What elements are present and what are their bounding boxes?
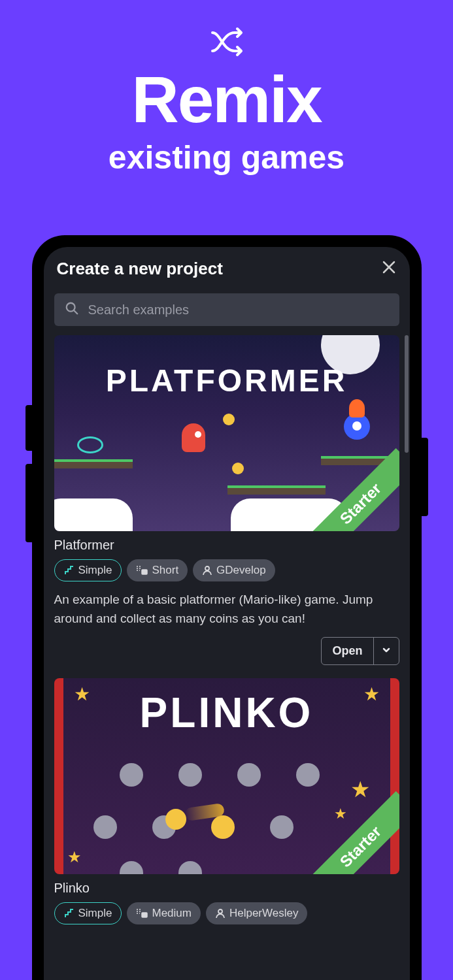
svg-rect-3 bbox=[142, 913, 147, 917]
starter-badge: Starter bbox=[305, 791, 399, 874]
card-actions: Open bbox=[54, 637, 399, 665]
example-title: Platformer bbox=[54, 538, 399, 553]
example-card: PLINKO ★★★ ★★★ Starter Plinko Simple bbox=[54, 678, 399, 924]
example-title: Plinko bbox=[54, 881, 399, 896]
example-description: An example of a basic platformer (Mario-… bbox=[54, 591, 399, 628]
tag-row: Simple Short GDevelop bbox=[54, 559, 399, 581]
length-tag[interactable]: Short bbox=[127, 559, 188, 581]
hero-title: Remix bbox=[0, 67, 453, 132]
stairs-icon bbox=[64, 565, 75, 576]
author-tag[interactable]: GDevelop bbox=[193, 559, 275, 581]
length-icon bbox=[136, 566, 148, 575]
examples-list: PLATFORMER Starter Platformer bbox=[44, 335, 410, 924]
open-dropdown-button[interactable] bbox=[373, 638, 399, 664]
close-button[interactable] bbox=[381, 259, 397, 278]
user-icon bbox=[215, 908, 226, 919]
dialog-title: Create a new project bbox=[57, 259, 223, 279]
phone-screen: Create a new project PLATFORMER bbox=[44, 247, 410, 980]
example-thumbnail[interactable]: PLINKO ★★★ ★★★ Starter bbox=[54, 678, 399, 874]
shuffle-icon bbox=[209, 26, 245, 60]
open-button-group: Open bbox=[321, 637, 399, 665]
author-tag[interactable]: HelperWesley bbox=[206, 902, 308, 924]
search-bar[interactable] bbox=[54, 293, 399, 326]
length-icon bbox=[136, 909, 148, 918]
thumbnail-title: PLINKO bbox=[140, 689, 314, 737]
tag-row: Simple Medium HelperWesley bbox=[54, 902, 399, 924]
example-thumbnail[interactable]: PLATFORMER Starter bbox=[54, 335, 399, 531]
svg-rect-1 bbox=[142, 570, 147, 574]
hero-subtitle: existing games bbox=[0, 139, 453, 176]
search-icon bbox=[65, 301, 79, 318]
user-icon bbox=[202, 565, 212, 576]
phone-frame: Create a new project PLATFORMER bbox=[32, 235, 422, 980]
svg-point-2 bbox=[205, 566, 209, 570]
dialog-header: Create a new project bbox=[44, 247, 410, 288]
hero-section: Remix existing games bbox=[0, 0, 453, 176]
scrollbar[interactable] bbox=[405, 335, 409, 453]
stairs-icon bbox=[64, 908, 75, 919]
difficulty-tag[interactable]: Simple bbox=[54, 902, 122, 924]
thumbnail-title: PLATFORMER bbox=[106, 363, 348, 399]
search-input[interactable] bbox=[88, 302, 389, 318]
difficulty-tag[interactable]: Simple bbox=[54, 559, 122, 581]
chevron-down-icon bbox=[382, 645, 391, 657]
open-button[interactable]: Open bbox=[322, 638, 373, 664]
example-card: PLATFORMER Starter Platformer bbox=[54, 335, 399, 665]
length-tag[interactable]: Medium bbox=[127, 902, 200, 924]
svg-point-4 bbox=[218, 909, 222, 913]
